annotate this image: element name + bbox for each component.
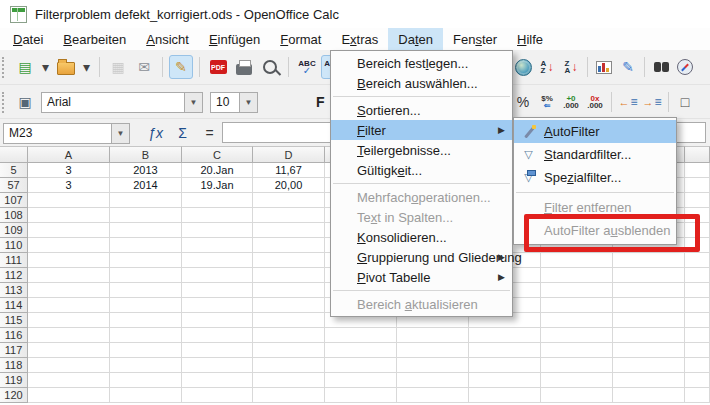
find-replace-icon[interactable] [649,55,673,79]
menubar-item-fenster[interactable]: Fenster [443,28,507,50]
menu-item-konsolidieren[interactable]: Konsolidieren... [331,227,512,247]
cell[interactable] [182,223,253,238]
cell[interactable] [685,328,710,343]
cell[interactable] [541,388,613,403]
menu-item-autofilter[interactable]: AutoFilter [514,120,676,143]
cell[interactable] [469,343,541,358]
cell[interactable] [397,373,469,388]
cell[interactable] [685,163,710,178]
cell[interactable] [325,388,397,403]
function-wizard-icon[interactable]: ƒx [142,125,169,141]
cell[interactable] [182,298,253,313]
email-icon[interactable]: ✉ [132,55,156,79]
sheet-corner-box[interactable] [0,146,28,163]
cell[interactable] [182,373,253,388]
cell[interactable] [110,253,182,268]
navigator-icon[interactable] [673,55,697,79]
cell[interactable] [613,388,685,403]
cell[interactable] [253,328,325,343]
row-header-57[interactable]: 57 [0,178,28,193]
cell[interactable] [253,253,325,268]
cell[interactable] [182,358,253,373]
row-header-118[interactable]: 118 [0,358,28,373]
sum-icon[interactable]: Σ [169,125,196,141]
cell[interactable] [325,373,397,388]
cell[interactable] [613,343,685,358]
insert-chart-icon[interactable] [592,55,616,79]
cell[interactable] [110,373,182,388]
row-header-5[interactable]: 5 [0,163,28,178]
menubar-item-extras[interactable]: Extras [331,28,388,50]
cell[interactable] [325,343,397,358]
cell[interactable] [685,178,710,193]
cell[interactable] [685,388,710,403]
cell[interactable] [253,223,325,238]
cell[interactable] [182,238,253,253]
menubar-item-bearbeiten[interactable]: Bearbeiten [53,28,136,50]
delete-decimal-icon[interactable]: 0x.000 [583,90,607,114]
chevron-down-icon[interactable]: ▼ [184,93,202,112]
cell[interactable] [541,253,613,268]
cell[interactable]: 2013 [110,163,182,178]
print-icon[interactable] [232,55,256,79]
borders-icon[interactable]: □ [673,90,697,114]
cell[interactable] [28,298,110,313]
cell[interactable] [541,283,613,298]
row-header-117[interactable]: 117 [0,343,28,358]
increase-indent-icon[interactable]: →≡ [640,90,664,114]
cell[interactable] [469,373,541,388]
cell[interactable] [253,358,325,373]
cell[interactable] [397,343,469,358]
cell[interactable] [613,268,685,283]
bold-button[interactable]: F [316,94,325,110]
row-header-107[interactable]: 107 [0,193,28,208]
cell[interactable] [613,253,685,268]
cell[interactable] [253,238,325,253]
cell[interactable] [541,358,613,373]
column-header-partial[interactable] [685,146,710,163]
column-header-C[interactable]: C [182,146,253,163]
menu-item-gültigkeit[interactable]: Gültigkeit... [331,160,512,180]
cell[interactable] [110,268,182,283]
currency-format-icon[interactable]: $%⇐ [535,90,559,114]
row-header-108[interactable]: 108 [0,208,28,223]
cell[interactable] [397,358,469,373]
open-document-icon[interactable] [54,55,78,79]
percent-format-icon[interactable]: % [511,90,535,114]
hyperlink-icon[interactable] [511,55,535,79]
menubar-item-ansicht[interactable]: Ansicht [136,28,199,50]
cell[interactable] [253,193,325,208]
cell[interactable] [325,328,397,343]
cell[interactable] [182,253,253,268]
cell[interactable] [541,328,613,343]
cell[interactable] [685,358,710,373]
cell[interactable] [469,328,541,343]
draw-functions-icon[interactable]: ✎ [616,55,640,79]
cell[interactable] [28,208,110,223]
cell[interactable] [541,373,613,388]
menu-item-bereich-auswählen[interactable]: Bereich auswählen... [331,73,512,93]
cell[interactable] [28,268,110,283]
cell[interactable] [110,313,182,328]
menubar-item-einfügen[interactable]: Einfügen [199,28,270,50]
cell[interactable] [182,193,253,208]
menubar-item-daten[interactable]: Daten [388,28,443,50]
cell[interactable] [541,268,613,283]
decrease-indent-icon[interactable]: ←≡ [616,90,640,114]
cell[interactable] [28,388,110,403]
menu-item-teilergebnisse[interactable]: Teilergebnisse... [331,140,512,160]
menu-item-filter[interactable]: Filter▶ [331,120,512,140]
toolbar-drag-handle[interactable] [2,57,9,78]
chevron-down-icon[interactable]: ▼ [111,124,129,143]
pdf-export-icon[interactable]: PDF [206,55,230,79]
name-box[interactable]: M23 ▼ [3,123,130,144]
cell[interactable] [110,238,182,253]
cell[interactable] [253,313,325,328]
cell[interactable] [325,358,397,373]
cell[interactable] [613,313,685,328]
row-header-119[interactable]: 119 [0,373,28,388]
cell[interactable] [613,358,685,373]
column-header-A[interactable]: A [28,146,110,163]
column-header-D[interactable]: D [253,146,325,163]
cell[interactable] [182,283,253,298]
